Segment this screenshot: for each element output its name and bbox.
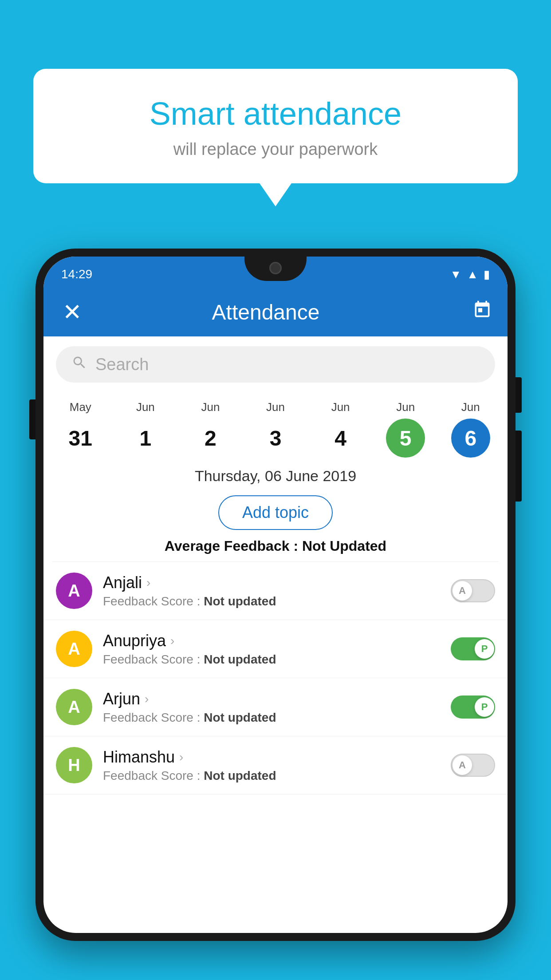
date-col[interactable]: Jun6 xyxy=(438,400,503,458)
signal-icon: ▲ xyxy=(467,268,478,281)
date-col[interactable]: Jun4 xyxy=(308,400,373,458)
student-item[interactable]: AAnjali ›Feedback Score : Not updatedA xyxy=(43,562,508,620)
month-label: Jun xyxy=(201,400,220,414)
student-item[interactable]: HHimanshu ›Feedback Score : Not updatedA xyxy=(43,736,508,794)
month-label: Jun xyxy=(396,400,415,414)
chevron-icon: › xyxy=(146,576,150,590)
month-label: May xyxy=(70,400,91,414)
day-number[interactable]: 3 xyxy=(256,419,295,458)
student-name: Himanshu › xyxy=(103,748,440,767)
avatar: A xyxy=(56,573,92,609)
phone-container: 14:29 ▼ ▲ ▮ ✕ Attendance xyxy=(35,249,516,980)
speech-bubble: Smart attendance will replace your paper… xyxy=(33,69,518,183)
student-info: Arjun ›Feedback Score : Not updated xyxy=(103,690,440,725)
day-number[interactable]: 6 xyxy=(451,419,490,458)
date-col[interactable]: Jun5 xyxy=(373,400,438,458)
wifi-icon: ▼ xyxy=(450,268,462,281)
student-name: Arjun › xyxy=(103,690,440,708)
day-number[interactable]: 5 xyxy=(386,419,425,458)
phone-frame: 14:29 ▼ ▲ ▮ ✕ Attendance xyxy=(35,249,516,941)
side-button-right-bottom xyxy=(516,431,522,502)
day-number[interactable]: 31 xyxy=(61,419,100,458)
app-title: Attendance xyxy=(59,300,472,324)
avatar: A xyxy=(56,689,92,725)
battery-icon: ▮ xyxy=(484,268,490,281)
date-picker: May31Jun1Jun2Jun3Jun4Jun5Jun6 xyxy=(43,392,508,458)
side-button-left xyxy=(29,399,35,439)
camera xyxy=(269,262,282,274)
app-bar: ✕ Attendance xyxy=(43,288,508,336)
attendance-toggle[interactable]: P xyxy=(451,637,495,660)
add-topic-container: Add topic xyxy=(43,492,508,538)
phone-inner: 14:29 ▼ ▲ ▮ ✕ Attendance xyxy=(43,257,508,933)
speech-bubble-container: Smart attendance will replace your paper… xyxy=(33,69,518,183)
search-icon xyxy=(71,355,87,375)
feedback-score: Feedback Score : Not updated xyxy=(103,769,440,783)
toggle-container: P xyxy=(451,695,495,719)
calendar-button[interactable] xyxy=(472,300,492,324)
side-button-right-top xyxy=(516,377,522,413)
day-number[interactable]: 4 xyxy=(321,419,360,458)
month-label: Jun xyxy=(266,400,285,414)
student-list: AAnjali ›Feedback Score : Not updatedAAA… xyxy=(43,562,508,794)
avg-feedback: Average Feedback : Not Updated xyxy=(43,538,508,561)
chevron-icon: › xyxy=(145,692,149,706)
toggle-container: P xyxy=(451,637,495,660)
avatar: A xyxy=(56,631,92,667)
chevron-icon: › xyxy=(179,750,183,764)
attendance-toggle[interactable]: A xyxy=(451,579,495,602)
bubble-subtitle: will replace your paperwork xyxy=(55,140,496,159)
day-number[interactable]: 1 xyxy=(126,419,165,458)
day-number[interactable]: 2 xyxy=(191,419,230,458)
student-info: Anupriya ›Feedback Score : Not updated xyxy=(103,632,440,667)
date-col[interactable]: Jun1 xyxy=(113,400,178,458)
search-container: Search xyxy=(43,336,508,392)
date-col[interactable]: Jun3 xyxy=(243,400,308,458)
feedback-score: Feedback Score : Not updated xyxy=(103,594,440,609)
chevron-icon: › xyxy=(170,634,174,648)
student-name: Anjali › xyxy=(103,573,440,592)
student-item[interactable]: AArjun ›Feedback Score : Not updatedP xyxy=(43,678,508,736)
student-info: Anjali ›Feedback Score : Not updated xyxy=(103,573,440,609)
toggle-container: A xyxy=(451,579,495,602)
attendance-toggle[interactable]: A xyxy=(451,754,495,777)
feedback-score: Feedback Score : Not updated xyxy=(103,711,440,725)
add-topic-button[interactable]: Add topic xyxy=(218,495,333,530)
search-bar[interactable]: Search xyxy=(56,346,495,383)
toggle-knob: P xyxy=(475,697,494,717)
avg-feedback-value: Not Updated xyxy=(302,538,386,554)
feedback-score: Feedback Score : Not updated xyxy=(103,652,440,667)
bubble-title: Smart attendance xyxy=(55,95,496,132)
avg-feedback-label: Average Feedback : xyxy=(165,538,302,554)
month-label: Jun xyxy=(136,400,155,414)
date-col[interactable]: Jun2 xyxy=(178,400,243,458)
avatar: H xyxy=(56,747,92,783)
student-item[interactable]: AAnupriya ›Feedback Score : Not updatedP xyxy=(43,620,508,678)
student-info: Himanshu ›Feedback Score : Not updated xyxy=(103,748,440,783)
selected-date: Thursday, 06 June 2019 xyxy=(43,458,508,492)
attendance-toggle[interactable]: P xyxy=(451,695,495,719)
toggle-knob: A xyxy=(453,581,472,601)
search-placeholder: Search xyxy=(95,355,149,374)
toggle-knob: P xyxy=(475,639,494,659)
toggle-container: A xyxy=(451,754,495,777)
toggle-knob: A xyxy=(453,755,472,775)
month-label: Jun xyxy=(331,400,350,414)
month-label: Jun xyxy=(461,400,480,414)
date-col[interactable]: May31 xyxy=(48,400,113,458)
student-name: Anupriya › xyxy=(103,632,440,650)
status-icons: ▼ ▲ ▮ xyxy=(450,268,490,281)
